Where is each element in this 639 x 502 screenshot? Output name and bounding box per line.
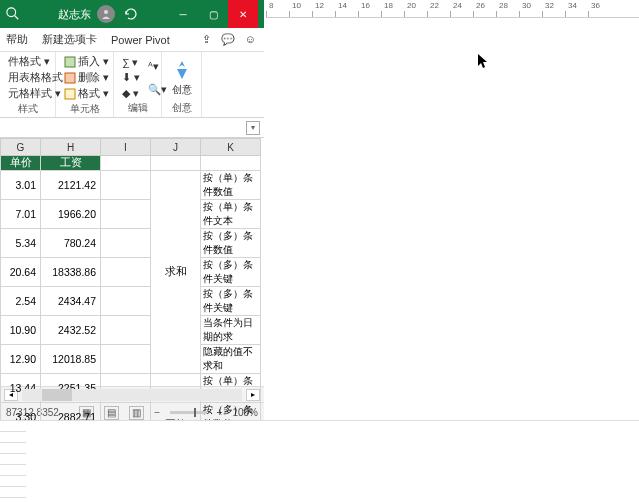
table-row: 3.012121.42求和按（单）条件数值	[1, 171, 261, 200]
col-H[interactable]: H	[41, 139, 101, 156]
title-bar: 赵志东 ─ ▢ ✕	[0, 0, 264, 28]
formula-expand-icon[interactable]: ▾	[246, 121, 260, 135]
clear-button[interactable]: ◆ ▾	[120, 86, 142, 100]
table-row: 12.9012018.85隐藏的值不求和	[1, 345, 261, 374]
scroll-track[interactable]	[22, 389, 242, 401]
spreadsheet[interactable]: G H I J K 单价 工资 3.012121.42求和按（单）条件数值 7.…	[0, 138, 264, 386]
autosum-button[interactable]: ∑ ▾	[120, 55, 142, 69]
mouse-cursor-icon	[478, 54, 490, 73]
ribbon-tabs: 帮助 新建选项卡 Power Pivot ⇪ 💬 ☺	[0, 28, 264, 52]
group-label-style: 样式	[6, 102, 49, 116]
table-row: 20.6418338.86按（多）条件关键	[1, 258, 261, 287]
header-salary[interactable]: 工资	[41, 156, 101, 171]
scroll-thumb[interactable]	[42, 389, 72, 401]
group-sum[interactable]: 求和	[151, 171, 201, 374]
table-row: 2.542434.47按（多）条件关键	[1, 287, 261, 316]
vertical-ruler-outer	[0, 421, 16, 502]
bottom-panel	[0, 420, 639, 502]
tab-powerpivot[interactable]: Power Pivot	[111, 34, 170, 46]
close-button[interactable]: ✕	[228, 0, 258, 28]
col-I[interactable]: I	[101, 139, 151, 156]
fill-button[interactable]: ⬇ ▾	[120, 70, 142, 84]
formula-bar[interactable]: ▾	[0, 118, 264, 138]
sync-icon[interactable]	[123, 6, 139, 22]
col-J[interactable]: J	[151, 139, 201, 156]
group-label-ideas: 创意	[168, 101, 195, 115]
ideas-button[interactable]: 创意	[168, 54, 195, 101]
table-row: 7.011966.20按（单）条件文本	[1, 200, 261, 229]
maximize-button[interactable]: ▢	[198, 0, 228, 28]
header-price[interactable]: 单价	[1, 156, 41, 171]
secondary-canvas	[266, 18, 639, 420]
table-row: 10.902432.52当条件为日期的求	[1, 316, 261, 345]
horizontal-ruler: 8 10 12 14 16 18 20 22 24 26 28 30 32 34…	[266, 0, 639, 18]
emoji-icon[interactable]: ☺	[245, 33, 256, 46]
minimize-button[interactable]: ─	[168, 0, 198, 28]
avatar[interactable]	[97, 5, 115, 23]
col-G[interactable]: G	[1, 139, 41, 156]
table-row: 5.34780.24按（多）条件数值	[1, 229, 261, 258]
insert-button[interactable]: 插入 ▾	[62, 54, 111, 70]
svg-rect-5	[65, 89, 75, 99]
username-label: 赵志东	[58, 7, 91, 22]
horizontal-scrollbar[interactable]: ◂ ▸	[0, 386, 264, 402]
search-icon[interactable]	[6, 7, 20, 21]
zoom-slider[interactable]	[170, 411, 206, 414]
col-header-row[interactable]: G H I J K	[1, 139, 261, 156]
delete-button[interactable]: 删除 ▾	[62, 70, 111, 86]
svg-rect-3	[65, 57, 75, 67]
svg-line-1	[15, 16, 19, 20]
format-button[interactable]: 格式 ▾	[62, 86, 111, 102]
share-icon[interactable]: ⇪	[202, 33, 211, 46]
ribbon: 件格式 ▾ 用表格格式 ▾ 元格样式 ▾ 样式 插入 ▾ 删除 ▾ 格式 ▾ 单…	[0, 52, 264, 118]
tab-help[interactable]: 帮助	[6, 32, 28, 47]
comments-icon[interactable]: 💬	[221, 33, 235, 46]
svg-point-2	[104, 10, 108, 14]
group-label-edit: 编辑	[120, 101, 155, 115]
group-label-cells: 单元格	[62, 102, 107, 116]
col-K[interactable]: K	[201, 139, 261, 156]
table-row: 单价 工资	[1, 156, 261, 171]
svg-point-0	[7, 8, 16, 17]
tab-newtab[interactable]: 新建选项卡	[42, 32, 97, 47]
svg-rect-4	[65, 73, 75, 83]
